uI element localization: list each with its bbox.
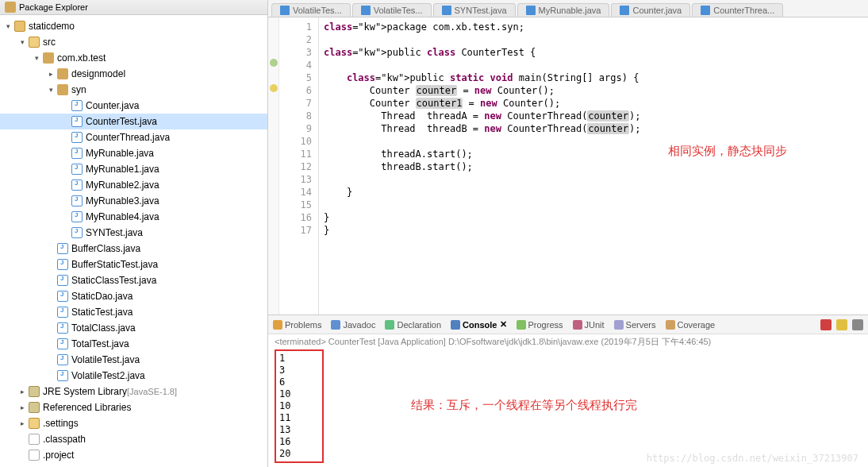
- tree-node-label: .classpath: [43, 434, 86, 445]
- tree-node-label: TotalTest.java: [71, 338, 129, 349]
- tree-node[interactable]: ▸StaticDao.java: [0, 288, 267, 304]
- editor-tab[interactable]: Counter.java: [611, 3, 690, 17]
- tree-node[interactable]: ▸MyRunable.java: [0, 145, 267, 161]
- tab-junit[interactable]: JUnit: [573, 320, 605, 330]
- tree-node-label: MyRunable2.java: [86, 179, 159, 191]
- declaration-icon: [385, 320, 394, 330]
- tree-node[interactable]: ▸BufferStaticTest.java: [0, 257, 267, 272]
- package-explorer-title: Package Explorer: [19, 2, 88, 12]
- tree-node-label: StaticDao.java: [71, 291, 133, 302]
- tree-node[interactable]: ▸TotalTest.java: [0, 336, 267, 352]
- tree-node[interactable]: ▸CounterThread.java: [0, 129, 267, 145]
- twisty-icon[interactable]: ▾: [46, 85, 56, 95]
- console-annotation: 结果：互斥，一个线程在等另个线程执行完: [411, 398, 637, 413]
- tree-node[interactable]: ▾src: [0, 34, 267, 50]
- tree-node-label: TotalClass.java: [71, 322, 136, 334]
- tab-declaration[interactable]: Declaration: [385, 320, 441, 330]
- java-file-icon: [620, 6, 629, 15]
- tree-node[interactable]: ▸VolatileTest2.java: [0, 368, 267, 384]
- bottom-tab-bar[interactable]: Problems Javadoc Declaration Console ✕ P…: [268, 315, 868, 334]
- tree-node-label: MyRunable1.java: [86, 164, 159, 175]
- twisty-icon[interactable]: ▾: [32, 53, 41, 63]
- package-explorer-header: Package Explorer: [0, 0, 267, 15]
- java-icon: [57, 322, 68, 334]
- tab-console[interactable]: Console ✕: [451, 319, 506, 330]
- tree-node[interactable]: ▸Counter.java: [0, 98, 267, 114]
- console-output: 136101011131620: [275, 349, 324, 463]
- tree-node-label-extra: [JavaSE-1.8]: [127, 387, 177, 396]
- tree-node[interactable]: ▸MyRunable4.java: [0, 209, 267, 225]
- tree-node[interactable]: .classpath: [0, 431, 267, 447]
- tree-node[interactable]: ▸JRE System Library [JavaSE-1.8]: [0, 384, 267, 399]
- twisty-icon[interactable]: ▾: [3, 21, 13, 31]
- terminate-icon[interactable]: [820, 319, 832, 330]
- tab-coverage[interactable]: Coverage: [666, 320, 716, 330]
- tree-node[interactable]: ▸StaticTest.java: [0, 304, 267, 320]
- editor-tab[interactable]: MyRunable.java: [517, 3, 610, 17]
- java-icon: [71, 132, 83, 143]
- tab-progress[interactable]: Progress: [517, 320, 563, 330]
- java-icon: [57, 291, 68, 302]
- tree-node[interactable]: ▸VolatileTest.java: [0, 352, 267, 368]
- tree-node-label: .project: [43, 450, 74, 461]
- progress-icon: [517, 320, 526, 330]
- tree-node[interactable]: ▸MyRunable3.java: [0, 193, 267, 209]
- tree-node-label: JRE System Library: [43, 386, 127, 397]
- tree-node-label: staticdemo: [29, 21, 75, 32]
- tree-node[interactable]: ▸MyRunable1.java: [0, 161, 267, 177]
- project-tree[interactable]: ▾staticdemo▾src▾com.xb.test▸designmodel▾…: [0, 15, 267, 466]
- tree-node[interactable]: ▾com.xb.test: [0, 50, 267, 66]
- tree-node-label: StaticTest.java: [71, 307, 133, 318]
- java-icon: [71, 116, 83, 127]
- console-body: <terminated> CounterTest [Java Applicati…: [268, 334, 868, 467]
- java-icon: [71, 148, 83, 159]
- tree-node-label: MyRunable.java: [86, 148, 154, 159]
- java-icon: [71, 100, 83, 111]
- editor-tab[interactable]: VolatileTes...: [271, 3, 351, 17]
- tree-node-label: CounterThread.java: [86, 132, 170, 143]
- tree-node[interactable]: ▸.settings: [0, 415, 267, 431]
- tree-node[interactable]: ▸CounterTest.java: [0, 114, 267, 129]
- tree-node-label: SYNTest.java: [86, 227, 143, 238]
- editor-area: 1234567891011121314151617 class="kw">pac…: [268, 17, 868, 315]
- line-number-gutter: 1234567891011121314151617: [279, 17, 319, 315]
- file-icon: [29, 450, 40, 461]
- editor-tab[interactable]: CounterThrea...: [692, 3, 783, 17]
- twisty-icon[interactable]: ▸: [17, 419, 27, 428]
- tree-node[interactable]: ▾staticdemo: [0, 18, 267, 34]
- tree-node[interactable]: .project: [0, 447, 267, 463]
- file-icon: [29, 434, 40, 445]
- java-icon: [57, 243, 68, 254]
- lib-icon: [29, 386, 40, 397]
- tree-node-label: syn: [71, 84, 86, 95]
- folder-icon: [29, 418, 40, 429]
- clear-console-icon[interactable]: [852, 319, 863, 330]
- tree-node-label: MyRunable4.java: [86, 211, 159, 222]
- editor-tab[interactable]: SYNTest.java: [433, 3, 516, 17]
- tree-node[interactable]: ▸StaticClassTest.java: [0, 272, 267, 288]
- tab-problems[interactable]: Problems: [273, 320, 321, 330]
- editor-tab[interactable]: VolatileTes...: [352, 3, 432, 17]
- java-icon: [57, 307, 68, 318]
- tree-node[interactable]: ▸Referenced Libraries: [0, 399, 267, 415]
- code-editor[interactable]: class="kw">package com.xb.test.syn; clas…: [319, 17, 868, 315]
- tree-node-label: BufferClass.java: [71, 243, 140, 254]
- tab-javadoc[interactable]: Javadoc: [331, 320, 375, 330]
- tree-node[interactable]: ▾syn: [0, 82, 267, 98]
- tree-node[interactable]: ▸TotalClass.java: [0, 320, 267, 336]
- twisty-icon[interactable]: ▾: [17, 37, 27, 47]
- warning-mark-icon: [270, 84, 278, 92]
- tab-servers[interactable]: Servers: [614, 320, 656, 330]
- watermark: https://blog.csdn.net/weixin_37213907: [647, 453, 858, 464]
- tree-node[interactable]: ▸designmodel: [0, 66, 267, 82]
- editor-tab-bar[interactable]: VolatileTes...VolatileTes...SYNTest.java…: [268, 0, 868, 17]
- twisty-icon[interactable]: ▸: [17, 387, 27, 396]
- twisty-icon[interactable]: ▸: [17, 403, 27, 412]
- java-file-icon: [361, 6, 371, 15]
- tree-node[interactable]: ▸MyRunable2.java: [0, 177, 267, 193]
- remove-launch-icon[interactable]: [836, 319, 847, 330]
- javadoc-icon: [331, 320, 340, 330]
- tree-node[interactable]: ▸BufferClass.java: [0, 241, 267, 257]
- tree-node[interactable]: ▸SYNTest.java: [0, 225, 267, 241]
- twisty-icon[interactable]: ▸: [46, 69, 56, 79]
